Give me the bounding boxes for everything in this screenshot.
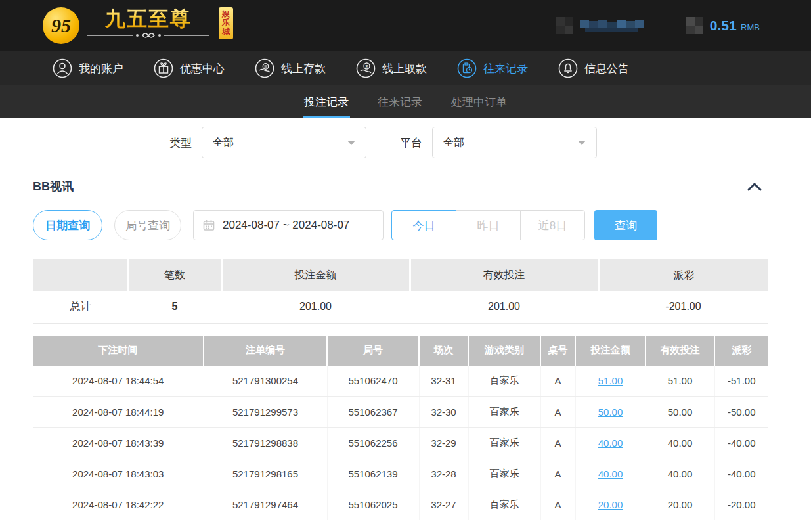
nav-item-my-account[interactable]: 我的账户: [53, 58, 123, 78]
chevron-up-icon: [747, 181, 762, 192]
bet-cell-time: 2024-08-07 18:43:39: [33, 428, 204, 458]
yesterday-button[interactable]: 昨日: [456, 210, 521, 240]
bet-header-time: 下注时间: [33, 336, 204, 366]
summary-bet-amount: 201.00: [221, 291, 410, 323]
nav-label: 优惠中心: [180, 61, 225, 76]
balance-chip[interactable]: 0.51 RMB: [686, 17, 760, 34]
bet-cell-game-type: 百家乐: [468, 489, 540, 520]
bet-amount-link[interactable]: 40.00: [598, 437, 623, 449]
bet-cell-table-no: A: [540, 366, 575, 397]
nav-item-withdraw[interactable]: $ 线上取款: [356, 58, 427, 78]
date-range-input[interactable]: 2024-08-07 ~ 2024-08-07: [193, 210, 384, 240]
top-header: 95 九五至尊 娱乐城: [0, 0, 811, 51]
nav-item-deposit[interactable]: 线上存款: [255, 58, 326, 78]
bet-cell-valid-bet: 40.00: [646, 458, 714, 489]
bet-cell-order-no: 521791298838: [204, 428, 327, 458]
bet-row: 2024-08-07 18:43:39521791298838551062256…: [33, 428, 768, 458]
bet-cell-session: 32-29: [419, 428, 468, 458]
summary-header-bet-amount: 投注金额: [221, 259, 410, 291]
summary-header-row: 笔数 投注金额 有效投注 派彩: [33, 259, 768, 291]
summary-header-count: 笔数: [128, 259, 221, 291]
bet-cell-round-no: 551062139: [327, 458, 419, 489]
bet-cell-round-no: 551062256: [327, 428, 419, 458]
bet-cell-bet-amount: 40.00: [575, 458, 646, 489]
last-8-days-button[interactable]: 近8日: [520, 210, 585, 240]
bet-cell-table-no: A: [540, 428, 575, 458]
bet-amount-link[interactable]: 40.00: [598, 468, 623, 479]
section-head: BB视讯: [33, 177, 768, 196]
round-query-button[interactable]: 局号查询: [114, 210, 181, 240]
bet-cell-payout: -20.00: [714, 489, 768, 520]
bet-cell-order-no: 521791299573: [204, 397, 327, 428]
bet-header-round-no: 局号: [327, 336, 419, 366]
collapse-section-button[interactable]: [746, 178, 763, 195]
bet-cell-table-no: A: [540, 489, 575, 520]
platform-select[interactable]: 全部: [432, 127, 597, 158]
bet-records-table: 下注时间注单编号局号场次游戏类别桌号投注金额有效投注派彩 2024-08-07 …: [33, 336, 768, 521]
platform-select-value: 全部: [443, 136, 464, 150]
brand-badge: 娱乐城: [219, 7, 233, 39]
balance-amount: 0.51: [710, 18, 737, 33]
nav-item-announcements[interactable]: 信息公告: [558, 58, 629, 78]
bet-cell-bet-amount: 40.00: [575, 428, 646, 458]
bet-cell-order-no: 521791298165: [204, 458, 327, 489]
nav-label: 我的账户: [79, 61, 123, 76]
bet-amount-link[interactable]: 51.00: [598, 375, 623, 386]
user-avatar-redacted: [556, 17, 573, 34]
tab-transaction-records[interactable]: 往来记录: [376, 85, 424, 118]
bet-cell-payout: -40.00: [714, 458, 768, 489]
gift-icon: [154, 58, 173, 78]
user-account-chip[interactable]: [556, 16, 646, 35]
site-logo[interactable]: 95 九五至尊 娱乐城: [43, 7, 233, 44]
coin-icon-redacted: [686, 17, 703, 34]
nav-label: 线上取款: [382, 61, 427, 76]
filter-row: 类型 全部 平台 全部: [33, 127, 768, 158]
deposit-icon: [255, 58, 274, 78]
bet-cell-round-no: 551062367: [327, 397, 419, 428]
bet-cell-payout: -40.00: [714, 428, 768, 458]
nav-item-transaction-records[interactable]: 往来记录: [457, 58, 528, 78]
bet-header-valid-bet: 有效投注: [646, 336, 714, 366]
bet-cell-round-no: 551062470: [327, 366, 419, 397]
bet-header-table-no: 桌号: [540, 336, 575, 366]
tab-label: 处理中订单: [451, 95, 507, 110]
summary-payout: -201.00: [598, 291, 768, 323]
summary-header-valid-bet: 有效投注: [410, 259, 598, 291]
date-range-value: 2024-08-07 ~ 2024-08-07: [223, 219, 349, 232]
bet-cell-bet-amount: 51.00: [575, 366, 646, 397]
bet-cell-session: 32-28: [419, 458, 468, 489]
bet-header-payout: 派彩: [714, 336, 768, 366]
active-tab-underline: [303, 116, 350, 118]
tab-pending-orders[interactable]: 处理中订单: [450, 85, 508, 118]
bet-amount-link[interactable]: 50.00: [598, 407, 623, 418]
platform-filter-label: 平台: [400, 135, 422, 150]
bet-row: 2024-08-07 18:42:22521791297464551062025…: [33, 489, 768, 520]
tab-label: 投注记录: [304, 95, 349, 110]
tab-bet-records[interactable]: 投注记录: [303, 85, 350, 118]
summary-header-empty: [33, 259, 128, 291]
chevron-down-icon: [578, 141, 586, 145]
bet-cell-table-no: A: [540, 458, 575, 489]
nav-label: 线上存款: [281, 61, 326, 76]
today-button[interactable]: 今日: [391, 210, 456, 240]
bet-cell-time: 2024-08-07 18:44:19: [33, 397, 204, 428]
chevron-down-icon: [347, 141, 355, 145]
bet-cell-game-type: 百家乐: [468, 428, 540, 458]
bet-amount-link[interactable]: 20.00: [598, 499, 623, 510]
user-icon: [53, 58, 72, 78]
bet-cell-session: 32-27: [419, 489, 468, 520]
bet-cell-game-type: 百家乐: [468, 366, 540, 397]
nav-item-promotions[interactable]: 优惠中心: [154, 58, 225, 78]
record-tabs: 投注记录 往来记录 处理中订单: [0, 85, 811, 118]
bet-cell-session: 32-31: [419, 366, 468, 397]
date-query-button[interactable]: 日期查询: [33, 210, 102, 240]
search-button[interactable]: 查询: [594, 210, 657, 240]
bet-cell-order-no: 521791300254: [204, 366, 327, 397]
bet-row: 2024-08-07 18:44:19521791299573551062367…: [33, 397, 768, 428]
summary-valid-bet: 201.00: [410, 291, 598, 323]
flourish-ornament-icon: [86, 31, 211, 40]
bet-header-session: 场次: [419, 336, 468, 366]
bet-cell-round-no: 551062025: [327, 489, 419, 520]
type-select[interactable]: 全部: [202, 127, 366, 158]
tab-label: 往来记录: [378, 95, 422, 110]
